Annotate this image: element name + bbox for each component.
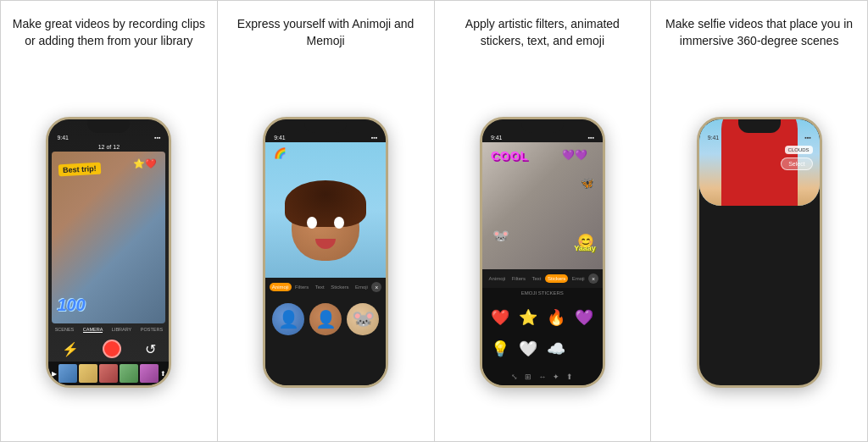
play-icon[interactable]: ▶ [52, 370, 57, 378]
record-button[interactable] [103, 340, 121, 358]
refresh-icon[interactable]: ↺ [145, 341, 156, 357]
emoji-white-heart[interactable]: 🤍 [517, 336, 540, 362]
phone-screen-2: 9:41 ▪▪▪ [265, 119, 386, 385]
icon-trash[interactable]: ⬆ [566, 373, 573, 381]
filter-animoji[interactable]: Animoji [270, 283, 292, 291]
screen2-animoji-area: 🌈 [265, 142, 386, 278]
status-icons-1: ▪▪▪ [154, 135, 160, 141]
bolt-icon[interactable]: ⚡ [62, 341, 79, 357]
screen1-tabs: SCENES CAMERA LIBRARY POSTERS [48, 323, 169, 336]
time-1: 9:41 [57, 135, 69, 141]
status-icons-4: ▪▪▪ [804, 135, 810, 141]
tab-posters[interactable]: POSTERS [141, 327, 163, 333]
time-3: 9:41 [491, 135, 503, 141]
phone-1: 9:41 ▪▪▪ 12 of 12 Best trip! ⭐❤️ 100 SCE… [46, 117, 171, 388]
emoji-bulb[interactable]: 💡 [489, 336, 512, 362]
filter-emoji[interactable]: Emoji [353, 283, 370, 291]
icon-expand[interactable]: ⊞ [525, 373, 531, 381]
feature-item-3: Apply artistic filters, animated sticker… [435, 1, 652, 441]
feature-caption-3: Apply artistic filters, animated sticker… [445, 16, 641, 60]
time-2: 9:41 [274, 135, 286, 141]
filter-text[interactable]: Text [313, 283, 327, 291]
time-4: 9:41 [708, 135, 720, 141]
animoji-character [265, 142, 386, 278]
phone-notch-2 [304, 119, 347, 133]
screen4-ui: CLOUDS Select [699, 142, 820, 174]
animoji-hair [285, 180, 366, 227]
screen1-counter: 12 of 12 [48, 142, 169, 152]
feature-item-1: Make great videos by recording clips or … [1, 1, 218, 441]
share-icon[interactable]: ⬆ [160, 370, 166, 378]
emoji-purple-heart[interactable]: 💜 [573, 305, 596, 331]
sticker-hearts: 💜💜 [562, 149, 587, 161]
phone-wrapper-3: 9:41 ▪▪▪ COOL 💜💜 🦋 🐭 😊 Yaaay Animoji [445, 72, 641, 433]
screen2-emoji-section: 👤 👤 🐭 [265, 296, 386, 385]
feature-item-2: Express yourself with Animoji and Memoji… [218, 1, 435, 441]
status-icons-2: ▪▪▪ [371, 135, 377, 141]
phone-screen-1: 9:41 ▪▪▪ 12 of 12 Best trip! ⭐❤️ 100 SCE… [48, 119, 169, 385]
screen3-photo-area: COOL 💜💜 🦋 🐭 😊 Yaaay [482, 142, 603, 269]
screen3-filter-bar: Animoji Filters Text Stickers Emoji × [482, 269, 603, 288]
screen1-filmstrip: ▶ ⬆ [48, 362, 169, 385]
memoji-2[interactable]: 👤 [309, 303, 342, 335]
film-thumb-5 [140, 364, 159, 383]
emoji-heart[interactable]: ❤️ [489, 305, 512, 331]
screen3-bottom-bar: ⤡ ⊞ ↔ ✦ ⬆ [482, 368, 603, 385]
sticker-cool: COOL [491, 149, 528, 163]
phone-4: 9:41 ▪▪▪ CLOUDS [697, 117, 822, 388]
phone-wrapper-4: 9:41 ▪▪▪ CLOUDS [661, 72, 857, 433]
phone-screen-3: 9:41 ▪▪▪ COOL 💜💜 🦋 🐭 😊 Yaaay Animoji [482, 119, 603, 385]
screen1-sticker-heart: ⭐❤️ [133, 158, 157, 169]
feature-caption-1: Make great videos by recording clips or … [11, 16, 207, 60]
film-thumb-1 [58, 364, 77, 383]
tab-camera[interactable]: CAMERA [83, 327, 103, 333]
phone-notch-3 [521, 119, 564, 133]
rainbow-sticker: 🌈 [274, 147, 287, 159]
filter-close-button[interactable]: × [371, 282, 381, 292]
phone-2: 9:41 ▪▪▪ [263, 117, 388, 388]
filter-filters[interactable]: Filters [292, 283, 311, 291]
phone-3: 9:41 ▪▪▪ COOL 💜💜 🦋 🐭 😊 Yaaay Animoji [480, 117, 605, 388]
sticker-mickey: 🐭 [492, 228, 509, 244]
status-icons-3: ▪▪▪ [587, 135, 593, 141]
phone-notch-1 [87, 119, 130, 133]
select-button[interactable]: Select [781, 157, 812, 170]
screen1-photo-area: Best trip! ⭐❤️ 100 [52, 152, 165, 323]
tab-scenes[interactable]: SCENES [55, 327, 75, 333]
icon-crop[interactable]: ⤡ [511, 373, 518, 381]
filter3-animoji[interactable]: Animoji [487, 274, 509, 283]
feature-caption-4: Make selfie videos that place you in imm… [661, 16, 857, 60]
phone-wrapper-1: 9:41 ▪▪▪ 12 of 12 Best trip! ⭐❤️ 100 SCE… [11, 72, 207, 433]
tab-library[interactable]: LIBRARY [112, 327, 131, 333]
screen2-filter-bar: Animoji Filters Text Stickers Emoji × [265, 278, 386, 296]
phone-notch-4 [738, 119, 781, 133]
emoji-star[interactable]: ⭐ [517, 305, 540, 331]
film-thumb-4 [120, 364, 138, 383]
memoji-3[interactable]: 🐭 [347, 303, 379, 335]
sticker-yaaay: Yaaay [574, 244, 596, 252]
screen3-sticker-label: EMOJI STICKERS [482, 288, 603, 298]
filter-stickers[interactable]: Stickers [328, 283, 351, 291]
filter3-close-button[interactable]: × [588, 273, 598, 284]
filter3-emoji[interactable]: Emoji [570, 274, 587, 283]
filter3-stickers[interactable]: Stickers [545, 274, 568, 283]
phone-wrapper-2: 9:41 ▪▪▪ [228, 72, 424, 433]
film-thumb-2 [79, 364, 97, 383]
memoji-1[interactable]: 👤 [272, 303, 304, 335]
clouds-badge: CLOUDS [785, 146, 813, 154]
sticker-butterfly: 🦋 [580, 176, 594, 190]
feature-item-4: Make selfie videos that place you in imm… [651, 1, 867, 441]
emoji-cloud[interactable]: ☁️ [545, 336, 568, 362]
animoji-face [292, 193, 359, 261]
screen3-emoji-grid: ❤️ ⭐ 🔥 💜 💡 🤍 ☁️ [482, 298, 603, 368]
screen1-controls: ⚡ ↺ [48, 336, 169, 362]
icon-flip[interactable]: ↔ [538, 373, 546, 381]
filter3-filters[interactable]: Filters [509, 274, 528, 283]
feature-grid: Make great videos by recording clips or … [0, 0, 868, 442]
screen1-100-sticker: 100 [57, 296, 85, 315]
icon-magic[interactable]: ✦ [553, 373, 559, 381]
film-thumb-3 [99, 364, 118, 383]
filter3-text[interactable]: Text [529, 274, 543, 283]
emoji-fire[interactable]: 🔥 [545, 305, 568, 331]
feature-caption-2: Express yourself with Animoji and Memoji [228, 16, 424, 60]
